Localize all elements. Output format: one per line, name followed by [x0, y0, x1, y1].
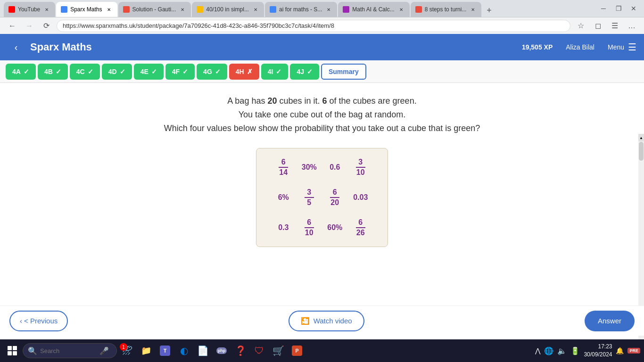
grid-cell[interactable]: 3 5 — [297, 188, 321, 207]
value-6pct[interactable]: 6% — [278, 193, 289, 202]
video-icon: 🎦 — [301, 317, 310, 325]
fraction-3-5[interactable]: 3 5 — [305, 188, 314, 207]
tab-ai-maths[interactable]: ai for maths - S... ✕ — [265, 2, 337, 17]
grid-cell[interactable]: 0.3 — [272, 223, 295, 232]
grid-cell[interactable]: 0.6 — [323, 163, 347, 172]
check-icon: ✓ — [215, 68, 221, 75]
grid-row-2: 6% 3 5 6 20 0.03 — [271, 188, 373, 207]
tab-4a[interactable]: 4A ✓ — [6, 64, 36, 80]
tab-4c[interactable]: 4C ✓ — [70, 64, 100, 80]
tab-sparx-maths[interactable]: Sparx Maths ✕ — [56, 2, 117, 17]
notifications-icon[interactable]: 🔔 — [616, 347, 624, 354]
profile-button[interactable]: ◻ — [591, 19, 604, 33]
watch-video-button[interactable]: 🎦 Watch video — [289, 311, 364, 331]
taskbar-search-box[interactable]: 🔍 🎤 — [23, 343, 117, 358]
previous-button[interactable]: ‹ < Previous — [9, 311, 68, 331]
check-icon: ✓ — [307, 68, 313, 75]
value-30pct[interactable]: 30% — [302, 163, 317, 172]
fraction-6-26[interactable]: 6 26 — [356, 218, 365, 237]
grid-cell[interactable]: 6 14 — [272, 158, 295, 177]
taskbar-teams[interactable]: T — [157, 342, 173, 359]
tab-youtube[interactable]: YouTube ✕ — [4, 2, 55, 17]
tab-solution[interactable]: Solution - Gauti... ✕ — [118, 2, 191, 17]
grid-cell[interactable]: 30% — [297, 163, 321, 172]
close-icon[interactable]: ✕ — [397, 6, 405, 13]
grid-cell[interactable]: 6 10 — [297, 218, 321, 237]
tab-4e[interactable]: 4E ✓ — [134, 64, 164, 80]
check-icon: ✓ — [88, 68, 93, 75]
taskbar-help[interactable]: ❓ — [232, 342, 249, 359]
taskbar-security[interactable]: 🛡 — [251, 342, 268, 359]
grid-cell[interactable]: 6% — [272, 193, 295, 202]
restore-button[interactable]: ❐ — [612, 2, 625, 15]
tab-40-100[interactable]: 40/100 in simpl... ✕ — [192, 2, 264, 17]
grid-cell[interactable]: 0.03 — [349, 193, 372, 202]
tab-math-ai[interactable]: Math AI & Calc... ✕ — [338, 2, 409, 17]
tab-4d[interactable]: 4D ✓ — [102, 64, 132, 80]
fraction-3-10[interactable]: 3 10 — [356, 158, 365, 177]
tab-8-steps[interactable]: 8 steps to turni... ✕ — [411, 2, 482, 17]
taskbar-php[interactable]: php — [213, 342, 230, 359]
search-icon: 🔍 — [28, 346, 37, 355]
check-icon: ✓ — [276, 68, 281, 75]
grid-cell[interactable]: 3 10 — [349, 158, 372, 177]
bookmark-button[interactable]: ☆ — [574, 19, 587, 33]
scrollbar-thumb[interactable] — [639, 142, 644, 161]
address-input[interactable] — [57, 20, 570, 32]
numerator: 3 — [305, 188, 314, 198]
new-tab-button[interactable]: + — [482, 4, 495, 17]
chevron-up-icon[interactable]: ⋀ — [535, 347, 540, 354]
mic-icon: 🎤 — [99, 346, 109, 355]
check-icon: ✓ — [120, 68, 125, 75]
more-button[interactable]: … — [625, 19, 638, 33]
minimize-button[interactable]: ─ — [597, 2, 610, 15]
forward-button[interactable]: → — [23, 19, 36, 33]
tab-4f[interactable]: 4F ✓ — [165, 64, 195, 80]
fraction-6-20[interactable]: 6 20 — [330, 188, 339, 207]
scroll-up-arrow[interactable]: ▲ — [638, 134, 644, 141]
close-icon[interactable]: ✕ — [43, 6, 50, 13]
grid-cell[interactable]: 6 26 — [349, 218, 372, 237]
close-icon[interactable]: ✕ — [325, 6, 332, 13]
tab-4i[interactable]: 4I ✓ — [261, 64, 289, 80]
reload-button[interactable]: ⟳ — [40, 19, 53, 33]
start-button[interactable] — [4, 342, 21, 359]
close-icon[interactable]: ✕ — [105, 6, 113, 13]
fraction-6-14[interactable]: 6 14 — [279, 158, 288, 177]
bold-20: 20 — [267, 96, 277, 106]
taskbar-store[interactable]: 🛒 — [270, 342, 287, 359]
grid-cell[interactable]: 6 20 — [323, 188, 347, 207]
back-nav-button[interactable]: ‹ — [8, 39, 25, 56]
bold-6: 6 — [322, 96, 327, 106]
taskbar-edge[interactable]: ◐ — [175, 342, 192, 359]
taskbar-folder[interactable]: 📄 — [194, 342, 211, 359]
menu-button[interactable]: Menu ☰ — [608, 41, 636, 53]
grid-cell[interactable]: 60% — [323, 223, 347, 232]
value-0-3[interactable]: 0.3 — [278, 223, 289, 232]
tab-4b[interactable]: 4B ✓ — [38, 64, 68, 80]
close-window-button[interactable]: ✕ — [627, 2, 640, 15]
fraction-6-10[interactable]: 6 10 — [305, 218, 314, 237]
back-button[interactable]: ← — [6, 19, 19, 33]
extensions-button[interactable]: ☰ — [608, 19, 621, 33]
taskbar-time-display[interactable]: 17:23 30/09/2024 — [584, 343, 612, 359]
value-60pct[interactable]: 60% — [327, 223, 342, 232]
menu-label: Menu — [608, 43, 624, 51]
numerator: 6 — [330, 188, 339, 198]
close-icon[interactable]: ✕ — [179, 6, 186, 13]
taskbar-powerpoint[interactable]: P — [289, 342, 305, 359]
tab-4j[interactable]: 4J ✓ — [290, 64, 319, 80]
denominator: 5 — [307, 198, 311, 207]
taskbar-file-explorer[interactable]: 📁 — [138, 342, 155, 359]
value-0-03[interactable]: 0.03 — [353, 193, 368, 202]
tab-label: 8 steps to turni... — [425, 6, 467, 13]
tab-4g[interactable]: 4G ✓ — [197, 64, 227, 80]
grid-row-1: 6 14 30% 0.6 3 10 — [271, 158, 373, 177]
close-icon[interactable]: ✕ — [252, 6, 259, 13]
value-0-6[interactable]: 0.6 — [330, 163, 340, 172]
tab-summary[interactable]: Summary — [321, 64, 366, 80]
answer-button[interactable]: Answer — [585, 311, 635, 331]
taskbar-search-input[interactable] — [40, 347, 97, 354]
close-icon[interactable]: ✕ — [469, 6, 477, 13]
tab-4h[interactable]: 4H ✗ — [229, 64, 259, 80]
